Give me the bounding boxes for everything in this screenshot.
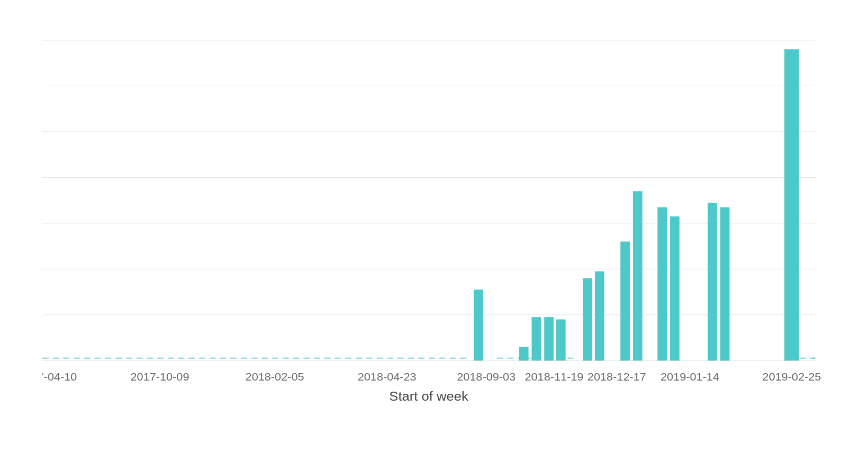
bar-2019-01-21 <box>657 207 667 361</box>
x-label-7: 2018-12-17 <box>587 371 646 383</box>
bar-2019-01-07 <box>620 241 630 360</box>
bar-2019-02-25 <box>784 49 799 360</box>
bar-2018-09-10 <box>474 290 483 360</box>
chart-area: 2017-04-10 2017-10-09 2018-02-05 2018-04… <box>42 30 826 401</box>
bar-2019-01-14 <box>633 191 643 360</box>
bar-chart: 2017-04-10 2017-10-09 2018-02-05 2018-04… <box>42 30 826 401</box>
bar-2018-11-26 <box>532 317 541 360</box>
bar-2018-11-19 <box>519 347 529 360</box>
x-label-3: 2018-02-05 <box>246 371 304 383</box>
bar-2018-12-24 <box>595 272 604 361</box>
x-label-9: 2019-02-25 <box>762 371 821 383</box>
bar-2019-02-11 <box>720 207 730 361</box>
bar-2018-12-10 <box>556 319 566 360</box>
chart-container: 2017-04-10 2017-10-09 2018-02-05 2018-04… <box>11 9 857 443</box>
bar-2018-12-17 <box>583 278 592 361</box>
bar-2018-12-03 <box>544 317 554 360</box>
x-label-2: 2017-10-09 <box>131 371 189 383</box>
bar-2019-02-04 <box>708 203 717 360</box>
x-label-4: 2018-04-23 <box>358 371 417 383</box>
x-label-1: 2017-04-10 <box>42 371 77 383</box>
x-axis-title: Start of week <box>389 388 468 401</box>
x-label-6: 2018-11-19 <box>525 371 583 383</box>
bar-2019-01-28 <box>670 216 680 360</box>
x-label-8: 2019-01-14 <box>661 371 719 383</box>
x-label-5: 2018-09-03 <box>457 371 516 383</box>
